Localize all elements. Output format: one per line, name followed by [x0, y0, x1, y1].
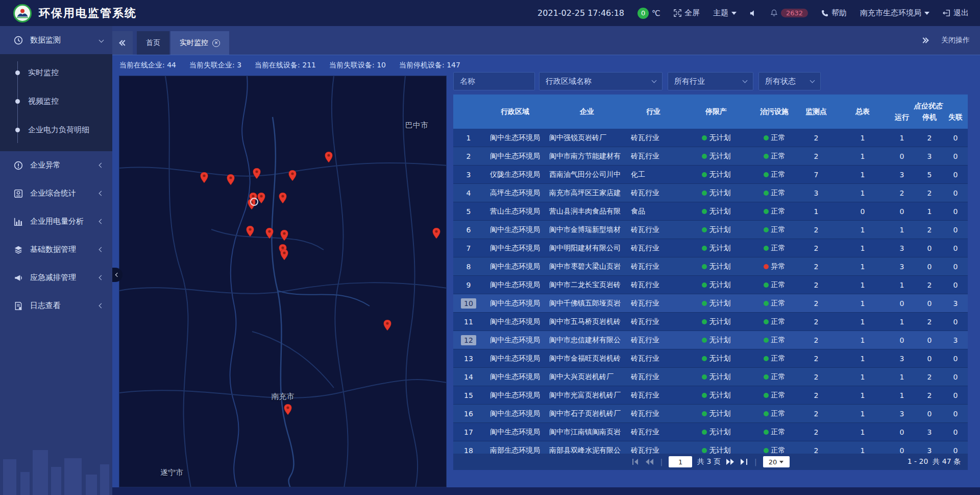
sidebar-item-4[interactable]: 企业用电量分析	[0, 207, 112, 235]
sidebar-item-label: 数据监测	[30, 35, 100, 45]
sidebar-item-7[interactable]: 日志查看	[0, 292, 112, 320]
map-pin[interactable]	[258, 193, 265, 203]
map-pin[interactable]	[289, 170, 297, 181]
sidebar-item-1[interactable]: 数据监测	[0, 26, 112, 54]
table-row[interactable]: 10 阆中生态环境局 阆中千佛镇五郎垭页岩 砖瓦行业 无计划 正常 2 1 0 …	[453, 294, 968, 313]
map-pin[interactable]	[279, 193, 287, 203]
next-page-button[interactable]	[726, 458, 735, 465]
fullscreen-button[interactable]: 全屏	[674, 8, 700, 18]
table-row[interactable]: 2 阆中生态环境局 阆中市南方节能建材有 砖瓦行业 无计划 正常 2 1 0 3…	[453, 147, 968, 166]
sound-toggle-button[interactable]	[750, 10, 757, 17]
cell-industry: 砖瓦行业	[628, 188, 679, 198]
table-row[interactable]: 4 高坪生态环境局 南充市高坪区王家店建 砖瓦行业 无计划 正常 3 1 2 2…	[453, 184, 968, 202]
sidebar-item-2[interactable]: 企业异常	[0, 151, 112, 179]
name-filter-input[interactable]	[460, 77, 528, 86]
status-dot-green	[702, 282, 707, 288]
fullscreen-icon	[674, 9, 681, 17]
map-pin[interactable]	[325, 152, 332, 162]
industry-filter-select[interactable]: 所有行业	[668, 72, 753, 90]
status-dot-green	[702, 411, 707, 416]
tabs-scroll-left-button[interactable]	[112, 31, 133, 55]
close-icon[interactable]: ✕	[212, 39, 220, 47]
cell-lost: 0	[943, 446, 968, 454]
cell-region: 阆中生态环境局	[484, 244, 546, 253]
cell-stop: 2	[916, 226, 943, 234]
col-header-industry: 行业	[628, 95, 679, 129]
status-dot-green	[702, 246, 707, 251]
map-pin[interactable]	[284, 404, 291, 415]
table-row[interactable]: 5 营山生态环境局 营山县润丰肉食品有限 食品 无计划 正常 1 0 0 1 0	[453, 202, 968, 221]
status-dot-green	[702, 135, 707, 140]
map-city-label: 南充市	[272, 392, 295, 402]
sidebar-subitem[interactable]: 实时监控	[0, 58, 112, 87]
table-row[interactable]: 3 仪陇生态环境局 西南油气田分公司川中 化工 无计划 正常 7 1 3 5 0	[453, 166, 968, 184]
cell-industry: 化工	[628, 170, 679, 179]
cell-meters: 1	[837, 152, 888, 160]
col-header-company: 企业	[546, 95, 628, 129]
table-row[interactable]: 6 阆中生态环境局 阆中市金博瑞新型墙材 砖瓦行业 无计划 正常 2 1 1 2…	[453, 221, 968, 239]
close-operations-button[interactable]: 关闭操作	[941, 36, 970, 45]
map-pin[interactable]	[432, 228, 440, 239]
cell-facility-status: 异常	[753, 262, 795, 271]
pagination-bar: | 共 3 页 | 20 1 - 20 共 47 条	[453, 454, 968, 470]
map-pin[interactable]	[227, 174, 234, 185]
chevron-down-icon	[779, 461, 783, 463]
table-row[interactable]: 13 阆中生态环境局 阆中市金福旺页岩机砖 砖瓦行业 无计划 正常 2 1 3 …	[453, 349, 968, 368]
logout-button[interactable]: 退出	[943, 8, 969, 18]
sidebar-subitem[interactable]: 企业电力负荷明细	[0, 115, 112, 144]
table-row[interactable]: 11 阆中生态环境局 阆中市五马桥页岩机砖 砖瓦行业 无计划 正常 2 1 1 …	[453, 313, 968, 331]
map-pin[interactable]	[247, 226, 254, 237]
table-row[interactable]: 18 南部生态环境局 南部县双峰水泥有限公 砖瓦行业 无计划 正常 2 1 0 …	[453, 441, 968, 454]
cell-points: 2	[795, 355, 837, 363]
table-row[interactable]: 8 阆中生态环境局 阆中市枣碧大梁山页岩 砖瓦行业 无计划 异常 2 1 3 0…	[453, 257, 968, 276]
cell-stop: 1	[916, 207, 943, 216]
first-page-button[interactable]	[631, 458, 640, 465]
tab-首页[interactable]: 首页	[137, 31, 169, 55]
col-header-stop: 停机	[916, 112, 943, 129]
map-pin[interactable]	[281, 230, 288, 241]
cell-points: 2	[795, 336, 837, 344]
map-pin[interactable]	[253, 168, 260, 179]
org-dropdown[interactable]: 南充市生态环境局	[860, 8, 929, 18]
status-filter-select[interactable]: 所有状态	[758, 72, 821, 90]
double-chevron-right-icon[interactable]	[923, 38, 928, 42]
map-panel[interactable]: 巴中市南充市遂宁市	[119, 76, 447, 487]
previous-page-button[interactable]	[645, 458, 654, 465]
cell-index: 8	[453, 262, 484, 272]
status-dot-green	[702, 301, 707, 306]
stat-value: 10	[377, 61, 386, 69]
tab-实时监控[interactable]: 实时监控✕	[170, 31, 229, 55]
region-filter-select[interactable]: 行政区域名称	[539, 72, 663, 90]
table-row[interactable]: 14 阆中生态环境局 阆中大兴页岩机砖厂 砖瓦行业 无计划 正常 2 1 1 2…	[453, 368, 968, 386]
table-row[interactable]: 9 阆中生态环境局 阆中市二龙长宝页岩砖 砖瓦行业 无计划 正常 2 1 1 2…	[453, 276, 968, 294]
cell-facility-status: 正常	[753, 133, 795, 143]
page-size-select[interactable]: 20	[763, 456, 790, 467]
table-row[interactable]: 17 阆中生态环境局 阆中市江南镇阆南页岩 砖瓦行业 无计划 正常 2 1 0 …	[453, 423, 968, 441]
table-row[interactable]: 16 阆中生态环境局 阆中市石子页岩机砖厂 砖瓦行业 无计划 正常 2 1 3 …	[453, 405, 968, 423]
map-pin[interactable]	[383, 320, 391, 331]
table-row[interactable]: 1 阆中生态环境局 阆中强锐页岩砖厂 砖瓦行业 无计划 正常 2 1 1 2 0	[453, 129, 968, 147]
cell-region: 仪陇生态环境局	[484, 170, 546, 179]
theme-dropdown[interactable]: 主题	[713, 8, 737, 18]
sidebar-subitem[interactable]: 视频监控	[0, 87, 112, 115]
map-pin[interactable]	[201, 172, 208, 183]
sidebar-item-5[interactable]: 基础数据管理	[0, 235, 112, 264]
table-row[interactable]: 15 阆中生态环境局 阆中市光富页岩机砖厂 砖瓦行业 无计划 正常 2 1 1 …	[453, 386, 968, 405]
name-filter-field[interactable]	[453, 72, 535, 90]
notifications[interactable]: 2632	[770, 9, 808, 17]
sidebar-item-6[interactable]: 应急减排管理	[0, 264, 112, 292]
sidebar-item-3[interactable]: 企业综合统计	[0, 179, 112, 207]
table-row[interactable]: 12 阆中生态环境局 阆中市忠信建材有限公 砖瓦行业 无计划 正常 2 1 0 …	[453, 331, 968, 349]
cell-run: 1	[888, 134, 916, 142]
help-button[interactable]: 帮助	[821, 8, 847, 18]
cell-company: 阆中市二龙长宝页岩砖	[546, 280, 628, 290]
cell-facility-status: 正常	[753, 391, 795, 400]
map-pin[interactable]	[266, 228, 274, 239]
cell-company: 阆中市石子页岩机砖厂	[546, 409, 628, 418]
map-pin[interactable]	[281, 249, 288, 260]
cell-limit-status: 无计划	[679, 152, 753, 161]
sidebar-item-label: 企业用电量分析	[30, 217, 100, 226]
table-row[interactable]: 7 阆中生态环境局 阆中明阳建材有限公司 砖瓦行业 无计划 正常 2 1 3 0…	[453, 239, 968, 257]
page-number-input[interactable]	[669, 456, 692, 467]
last-page-button[interactable]	[740, 458, 748, 465]
